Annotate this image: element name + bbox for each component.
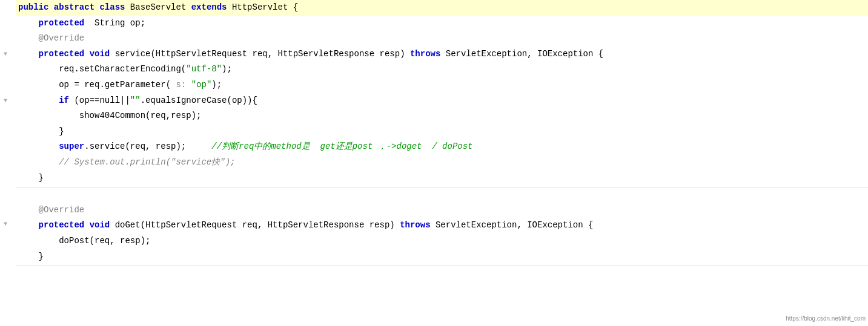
token xyxy=(18,142,59,151)
fold-marker-13 xyxy=(0,186,11,201)
code-line-16: doPost(req, resp); xyxy=(16,233,868,249)
token: doGet(HttpServletRequest req, HttpServle… xyxy=(110,220,400,230)
token: "op" xyxy=(191,80,212,90)
token: public xyxy=(18,2,48,12)
token: (op==null|| xyxy=(69,96,130,105)
token: throws xyxy=(410,49,440,59)
code-line-14: @Override xyxy=(16,203,868,218)
code-line-15: protected void doGet(HttpServletRequest … xyxy=(16,218,868,233)
fold-marker-6 xyxy=(0,77,11,93)
token: class xyxy=(99,2,125,12)
code-line-9: } xyxy=(16,124,868,140)
code-line-5: req.setCharacterEncoding("utf-8"); xyxy=(16,62,868,77)
token: ); xyxy=(222,64,232,74)
token: s: xyxy=(176,80,186,90)
token: throws xyxy=(400,220,430,230)
token: super xyxy=(59,142,84,151)
token: req.setCharacterEncoding( xyxy=(18,64,186,74)
token: protected xyxy=(39,18,85,28)
token: .equalsIgnoreCase(op)){ xyxy=(141,96,257,105)
code-line-10: super.service(req, resp); //判断req中的metho… xyxy=(16,139,868,155)
token xyxy=(18,33,39,43)
token: .service(req, resp); xyxy=(84,142,201,151)
code-line-13 xyxy=(16,187,868,203)
token: } xyxy=(18,126,64,136)
token: } xyxy=(18,173,44,183)
code-line-12: } xyxy=(16,171,868,186)
code-line-6: op = req.getParameter( s: "op"); xyxy=(16,77,868,93)
fold-marker-14 xyxy=(0,201,11,217)
token xyxy=(84,49,89,59)
token xyxy=(18,96,59,105)
token: @Override xyxy=(39,205,85,215)
token: void xyxy=(90,220,110,230)
token: extends xyxy=(191,2,227,12)
token: // System.out.println("service快"); xyxy=(59,157,235,167)
token: protected xyxy=(39,49,85,59)
fold-marker-11 xyxy=(0,155,11,171)
code-line-1: public abstract class BaseServlet extend… xyxy=(16,0,868,16)
fold-marker-16 xyxy=(0,232,11,248)
fold-marker-1 xyxy=(0,0,11,16)
code-line-11: // System.out.println("service快"); xyxy=(16,155,868,171)
fold-marker-7[interactable]: ▼ xyxy=(0,93,11,109)
token xyxy=(84,220,89,230)
code-lines: public abstract class BaseServlet extend… xyxy=(11,0,868,326)
token: "utf-8" xyxy=(186,64,222,74)
fold-marker-17 xyxy=(0,248,11,264)
token xyxy=(18,18,39,28)
token: ); xyxy=(211,80,222,90)
token: @Override xyxy=(39,33,85,43)
fold-marker-9 xyxy=(0,124,11,140)
token: String op; xyxy=(84,18,145,28)
token xyxy=(186,80,191,90)
token: HttpServlet { xyxy=(227,2,299,12)
code-line-2: protected String op; xyxy=(16,16,868,31)
token: } xyxy=(18,252,44,261)
fold-marker-4[interactable]: ▼ xyxy=(0,47,11,62)
token: doPost(req, resp); xyxy=(18,236,150,246)
token: ServletException, IOException { xyxy=(440,49,603,59)
token: show404Common(req,resp); xyxy=(18,111,201,120)
fold-marker-3 xyxy=(0,31,11,47)
code-line-8: show404Common(req,resp); xyxy=(16,108,868,124)
fold-marker-15[interactable]: ▼ xyxy=(0,217,11,232)
code-line-4: protected void service(HttpServletReques… xyxy=(16,47,868,62)
token xyxy=(18,49,39,59)
token xyxy=(18,157,59,167)
token: protected xyxy=(39,220,85,230)
token: //判断req中的method是 get还是post ，->doget / do… xyxy=(201,142,472,151)
token: if xyxy=(59,96,69,105)
fold-gutter: ▼▼▼ xyxy=(0,0,11,326)
fold-marker-2 xyxy=(0,16,11,31)
code-line-17: } xyxy=(16,249,868,265)
token: op = req.getParameter( xyxy=(18,80,176,90)
token xyxy=(48,2,53,12)
token xyxy=(18,205,39,215)
token: "" xyxy=(130,96,141,105)
fold-marker-10 xyxy=(0,139,11,155)
token xyxy=(18,220,39,230)
fold-marker-5 xyxy=(0,62,11,77)
code-line-7: if (op==null||"".equalsIgnoreCase(op)){ xyxy=(16,93,868,109)
watermark: https://blog.csdn.net/lihit_com xyxy=(786,314,866,324)
token: service(HttpServletRequest req, HttpServ… xyxy=(110,49,410,59)
code-line-18 xyxy=(16,266,868,281)
token: ServletException, IOException { xyxy=(431,220,594,230)
token: BaseServlet xyxy=(125,2,191,12)
code-editor: ▼▼▼ public abstract class BaseServlet ex… xyxy=(0,0,868,326)
code-line-3: @Override xyxy=(16,31,868,47)
fold-marker-8 xyxy=(0,108,11,124)
fold-marker-12 xyxy=(0,171,11,186)
fold-marker-18 xyxy=(0,263,11,279)
token: abstract xyxy=(54,2,94,12)
token: void xyxy=(90,49,110,59)
